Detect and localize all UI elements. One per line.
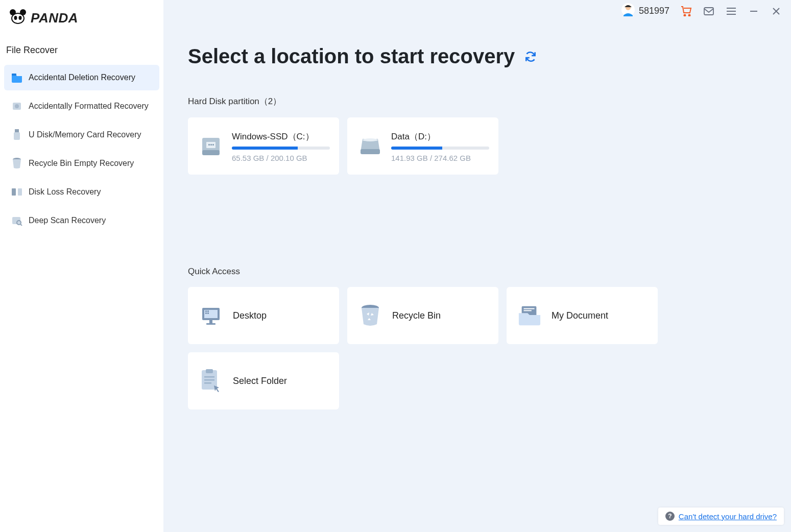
partition-progress-fill bbox=[391, 147, 442, 150]
svg-rect-9 bbox=[14, 132, 20, 140]
svg-rect-46 bbox=[524, 310, 532, 311]
svg-rect-45 bbox=[524, 308, 535, 309]
svg-point-7 bbox=[15, 104, 19, 108]
sidebar-item-recycle-bin[interactable]: Recycle Bin Empty Recovery bbox=[4, 151, 159, 176]
partition-progress bbox=[391, 147, 489, 150]
sidebar: PANDA File Recover Accidental Deletion R… bbox=[0, 0, 163, 532]
usb-icon bbox=[11, 129, 22, 140]
qa-card-recycle-bin[interactable]: Recycle Bin bbox=[347, 287, 498, 344]
search-disk-icon bbox=[11, 215, 22, 226]
svg-point-18 bbox=[684, 14, 686, 16]
sidebar-item-usb[interactable]: U Disk/Memory Card Recovery bbox=[4, 122, 159, 148]
quick-access-cards: Desktop Recycle Bin My Document Select F… bbox=[188, 287, 766, 409]
quick-access-heading: Quick Access bbox=[188, 267, 766, 277]
partition-card-c[interactable]: Windows-SSD（C:） 65.53 GB / 200.10 GB bbox=[188, 117, 339, 175]
qa-card-desktop[interactable]: Desktop bbox=[188, 287, 339, 344]
svg-rect-49 bbox=[204, 376, 214, 378]
qa-card-my-document[interactable]: My Document bbox=[507, 287, 658, 344]
topbar: 581997 bbox=[621, 3, 782, 19]
mail-icon[interactable] bbox=[703, 6, 714, 17]
svg-rect-30 bbox=[208, 144, 210, 146]
svg-point-2 bbox=[12, 13, 24, 23]
user-id: 581997 bbox=[639, 6, 669, 16]
document-folder-icon bbox=[518, 304, 541, 327]
svg-rect-39 bbox=[205, 310, 207, 312]
svg-rect-41 bbox=[205, 312, 207, 314]
main: 581997 Select a location to start recove… bbox=[163, 0, 791, 532]
brand-text: PANDA bbox=[31, 10, 78, 26]
qa-label: Select Folder bbox=[233, 376, 287, 386]
quick-access-section: Quick Access Desktop Recycle Bin My Docu… bbox=[188, 267, 766, 409]
svg-rect-28 bbox=[202, 150, 220, 155]
svg-rect-20 bbox=[704, 8, 713, 15]
sidebar-item-label: Accidentally Formatted Recovery bbox=[29, 102, 149, 111]
svg-rect-38 bbox=[206, 323, 215, 325]
partition-letter: （D:） bbox=[410, 132, 436, 141]
help-chip[interactable]: ? Can't detect your hard drive? bbox=[658, 507, 784, 525]
logo: PANDA bbox=[4, 7, 159, 39]
sidebar-item-label: Disk Loss Recovery bbox=[29, 187, 101, 197]
partition-progress bbox=[232, 147, 330, 150]
partition-card-d[interactable]: Data（D:） 141.93 GB / 274.62 GB bbox=[347, 117, 498, 175]
desktop-monitor-icon bbox=[199, 304, 223, 327]
close-icon[interactable] bbox=[771, 6, 782, 17]
svg-point-4 bbox=[19, 16, 22, 20]
partitions-heading: Hard Disk partition（2） bbox=[188, 95, 766, 107]
partition-progress-fill bbox=[232, 147, 298, 150]
qa-label: Desktop bbox=[233, 310, 267, 321]
svg-line-15 bbox=[20, 224, 22, 226]
svg-point-19 bbox=[689, 14, 690, 16]
refresh-icon[interactable] bbox=[524, 45, 537, 68]
sidebar-item-deep-scan[interactable]: Deep Scan Recovery bbox=[4, 208, 159, 233]
drive-icon bbox=[358, 135, 382, 158]
sidebar-nav: Accidental Deletion Recovery Accidentall… bbox=[4, 65, 159, 233]
svg-rect-32 bbox=[212, 144, 214, 146]
partition-letter: （C:） bbox=[288, 132, 314, 141]
cart-icon[interactable] bbox=[681, 6, 692, 17]
svg-point-3 bbox=[14, 16, 17, 20]
svg-rect-12 bbox=[18, 188, 22, 196]
partition-name: Windows-SSD bbox=[232, 132, 288, 141]
page-title: Select a location to start recovery bbox=[188, 45, 515, 68]
sidebar-section-title: File Recover bbox=[4, 39, 159, 65]
svg-rect-11 bbox=[12, 188, 16, 196]
svg-point-34 bbox=[363, 138, 378, 141]
svg-rect-48 bbox=[206, 369, 213, 373]
qa-label: Recycle Bin bbox=[392, 310, 441, 321]
qa-label: My Document bbox=[552, 310, 608, 321]
drive-icon bbox=[199, 135, 223, 158]
svg-rect-40 bbox=[207, 310, 209, 312]
svg-rect-33 bbox=[361, 149, 380, 154]
svg-rect-8 bbox=[15, 129, 19, 132]
trash-icon bbox=[11, 158, 22, 169]
sidebar-item-disk-loss[interactable]: Disk Loss Recovery bbox=[4, 179, 159, 205]
help-link[interactable]: Can't detect your hard drive? bbox=[679, 512, 777, 521]
folder-icon bbox=[11, 72, 22, 83]
svg-rect-37 bbox=[209, 320, 212, 323]
svg-rect-42 bbox=[207, 312, 209, 314]
sidebar-item-accidental-deletion[interactable]: Accidental Deletion Recovery bbox=[4, 65, 159, 90]
panda-logo-icon bbox=[9, 9, 27, 27]
recycle-bin-icon bbox=[358, 304, 382, 327]
partition-cards: Windows-SSD（C:） 65.53 GB / 200.10 GB Dat… bbox=[188, 117, 766, 175]
sidebar-item-label: Deep Scan Recovery bbox=[29, 216, 106, 225]
menu-icon[interactable] bbox=[726, 6, 737, 17]
sidebar-item-label: Accidental Deletion Recovery bbox=[29, 73, 135, 82]
disk-icon bbox=[11, 101, 22, 112]
avatar-icon bbox=[621, 3, 635, 19]
minimize-icon[interactable] bbox=[748, 6, 759, 17]
svg-rect-5 bbox=[12, 74, 16, 76]
svg-rect-51 bbox=[204, 382, 211, 384]
sidebar-item-label: Recycle Bin Empty Recovery bbox=[29, 159, 134, 168]
broken-disk-icon bbox=[11, 186, 22, 198]
svg-rect-50 bbox=[204, 379, 214, 381]
sidebar-item-formatted[interactable]: Accidentally Formatted Recovery bbox=[4, 93, 159, 119]
svg-rect-31 bbox=[210, 144, 212, 146]
qa-card-select-folder[interactable]: Select Folder bbox=[188, 352, 339, 409]
user-badge[interactable]: 581997 bbox=[621, 3, 669, 19]
select-folder-icon bbox=[199, 369, 223, 393]
sidebar-item-label: U Disk/Memory Card Recovery bbox=[29, 130, 141, 139]
partition-name: Data bbox=[391, 132, 410, 141]
help-question-icon: ? bbox=[665, 512, 675, 521]
